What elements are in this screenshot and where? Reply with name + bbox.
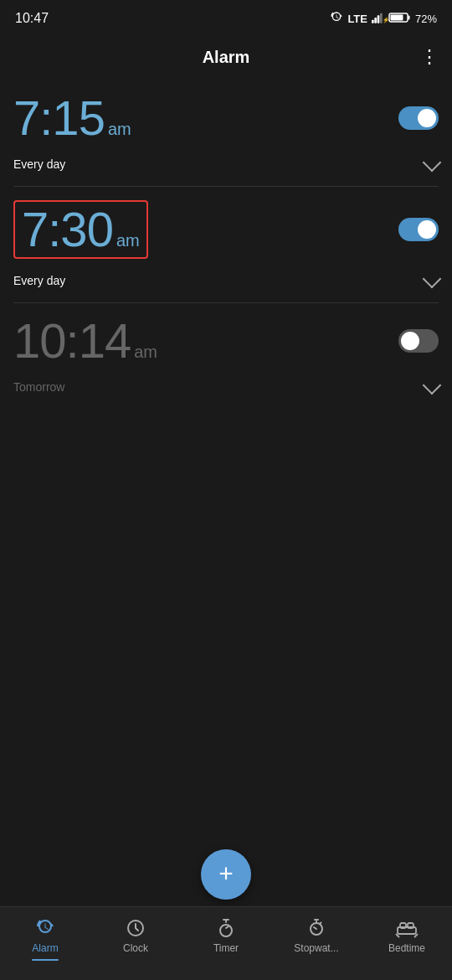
- status-icons: LTE ⚡ 72%: [330, 11, 437, 27]
- alarm-2-expand-icon: [423, 270, 442, 289]
- nav-tab-timer[interactable]: Timer: [181, 914, 271, 954]
- svg-rect-1: [374, 18, 377, 23]
- add-alarm-button[interactable]: +: [201, 849, 251, 900]
- nav-tab-bedtime[interactable]: Bedtime: [362, 914, 452, 954]
- alarm-item-3[interactable]: 10:14 am Tomorrow: [13, 303, 439, 409]
- battery-icon: [389, 12, 411, 26]
- alarm-3-toggle[interactable]: [398, 329, 439, 353]
- alarm-3-digits: 10:14: [13, 317, 131, 365]
- alarm-2-ampm: am: [116, 231, 140, 250]
- stopwatch-nav-label: Stopwat...: [294, 942, 338, 954]
- battery-percent: 72%: [415, 13, 437, 25]
- signal-icon: ⚡: [372, 12, 385, 26]
- timer-nav-icon: [215, 917, 237, 939]
- alarm-list: 7:15 am Every day 7:30 am Every day: [0, 80, 452, 409]
- alarm-2-top-row: 7:30 am: [13, 200, 439, 259]
- alarm-3-repeat-row[interactable]: Tomorrow: [13, 372, 439, 409]
- alarm-2-toggle-knob: [418, 220, 436, 239]
- alarm-3-repeat: Tomorrow: [13, 380, 64, 394]
- clock-nav-icon: [125, 917, 146, 939]
- alarm-nav-icon: [34, 917, 56, 939]
- svg-rect-7: [390, 14, 403, 20]
- alarm-1-toggle-knob: [418, 109, 436, 127]
- alarm-1-ampm: am: [108, 120, 131, 139]
- alarm-1-toggle[interactable]: [398, 106, 439, 130]
- more-options-button[interactable]: ⋮: [420, 46, 439, 68]
- app-bar-title: Alarm: [203, 48, 250, 67]
- alarm-3-ampm: am: [134, 343, 157, 362]
- add-icon: +: [218, 861, 234, 886]
- alarm-1-time: 7:15 am: [13, 94, 131, 142]
- nav-tab-stopwatch[interactable]: Stopwat...: [271, 914, 362, 954]
- lte-icon: LTE: [347, 13, 367, 25]
- alarm-2-repeat: Every day: [13, 274, 65, 287]
- alarm-item-2[interactable]: 7:30 am Every day: [13, 187, 439, 303]
- app-bar: Alarm ⋮: [0, 34, 452, 80]
- alarm-1-digits: 7:15: [13, 94, 105, 142]
- alarm-3-top-row: 10:14 am: [13, 317, 439, 365]
- stopwatch-nav-icon: [306, 917, 327, 939]
- nav-tab-clock[interactable]: Clock: [90, 914, 181, 954]
- alarm-1-expand-icon: [423, 153, 442, 173]
- status-time: 10:47: [15, 11, 49, 26]
- alarm-3-time: 10:14 am: [13, 317, 157, 365]
- clock-nav-label: Clock: [123, 942, 148, 954]
- svg-rect-0: [372, 19, 374, 23]
- alarm-2-repeat-row[interactable]: Every day: [13, 266, 439, 302]
- alarm-item-1[interactable]: 7:15 am Every day: [13, 80, 439, 187]
- alarm-2-digits: 7:30: [22, 205, 113, 254]
- svg-rect-3: [380, 13, 383, 23]
- status-bar: 10:47 LTE ⚡ 72%: [0, 0, 452, 34]
- alarm-1-repeat: Every day: [13, 157, 65, 171]
- alarm-3-toggle-knob: [401, 332, 419, 350]
- bedtime-nav-label: Bedtime: [388, 942, 425, 954]
- svg-rect-2: [378, 15, 380, 23]
- alarm-status-icon: [330, 11, 343, 27]
- alarm-1-top-row: 7:15 am: [13, 94, 439, 142]
- timer-nav-label: Timer: [213, 942, 239, 954]
- alarm-3-expand-icon: [423, 376, 442, 395]
- alarm-2-toggle[interactable]: [398, 218, 439, 241]
- nav-tab-alarm[interactable]: Alarm: [0, 914, 90, 954]
- svg-rect-6: [408, 15, 409, 19]
- alarm-1-repeat-row[interactable]: Every day: [13, 149, 439, 186]
- bedtime-nav-icon: [396, 917, 418, 939]
- alarm-2-highlight-box: 7:30 am: [13, 200, 148, 259]
- bottom-nav: Alarm Clock Timer: [0, 906, 452, 980]
- alarm-nav-label: Alarm: [32, 942, 58, 954]
